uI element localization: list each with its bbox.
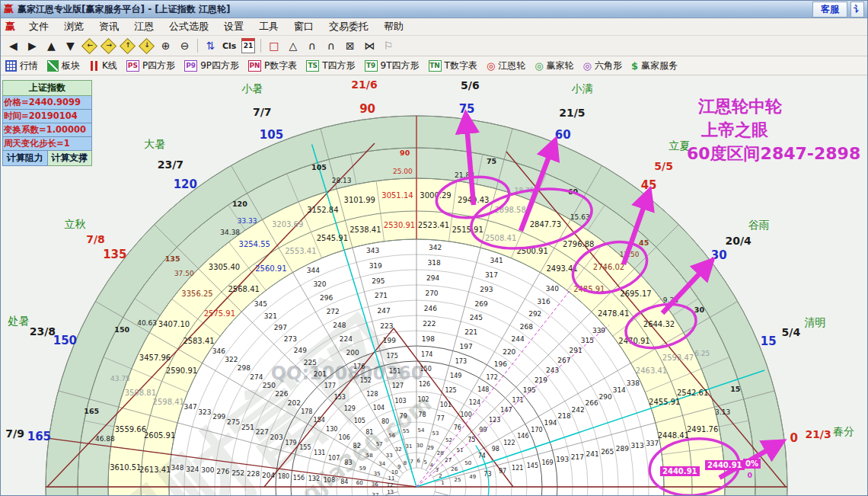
spiral-number: 220 bbox=[503, 348, 515, 356]
spiral-number: 195 bbox=[523, 386, 536, 394]
9p-square-button[interactable]: P99P四方形 bbox=[184, 59, 239, 72]
t-square-button[interactable]: TST四方形 bbox=[306, 59, 355, 72]
menu-设置[interactable]: 设置 bbox=[216, 21, 251, 32]
spiral-number: 290 bbox=[599, 393, 612, 401]
menu-工具[interactable]: 工具 bbox=[251, 21, 286, 32]
p-table-button[interactable]: PNP数字表 bbox=[248, 59, 297, 72]
spiral-number: 99 bbox=[479, 427, 487, 434]
price-outer: 2746.02 bbox=[593, 263, 624, 271]
t9-chip-icon: T9 bbox=[365, 60, 378, 72]
pct-ring: 25.00 bbox=[393, 168, 413, 175]
p-square-button[interactable]: PSP四方形 bbox=[126, 59, 175, 72]
xbox-tool-icon[interactable]: ⊠ bbox=[340, 37, 359, 54]
diamond-up-icon[interactable]: ↑ bbox=[118, 37, 137, 54]
pct-ring: 40.63 bbox=[137, 319, 157, 327]
hexagon-button[interactable]: ◎六角形 bbox=[583, 59, 622, 72]
spiral-number: 77 bbox=[437, 415, 445, 422]
highlight-chip-0[interactable]: 2440.91 bbox=[660, 466, 700, 476]
annotation-line-1[interactable]: 江恩轮中轮 bbox=[698, 95, 782, 118]
menu-资讯[interactable]: 资讯 bbox=[91, 21, 126, 32]
calc-resistance-button[interactable]: 计算阻力 bbox=[2, 151, 48, 166]
solar-term-label: 处暑 bbox=[7, 315, 29, 327]
spiral-number: 321 bbox=[264, 312, 277, 320]
board-tool-icon[interactable]: ⚐ bbox=[378, 37, 397, 54]
kline-button[interactable]: K线 bbox=[89, 59, 117, 72]
outer-date-label: 23/8 bbox=[30, 325, 56, 338]
winner-wheel-button[interactable]: ◎赢家轮 bbox=[535, 59, 573, 72]
spiral-number: 179 bbox=[285, 440, 296, 446]
diamond-right-icon[interactable]: → bbox=[99, 37, 118, 54]
angle-ring: 120 bbox=[232, 200, 247, 208]
calendar-icon[interactable]: 21 bbox=[238, 37, 257, 54]
dollar-icon: $ bbox=[631, 60, 638, 72]
outer-date-label: 23/7 bbox=[158, 158, 183, 171]
spiral-number: 150 bbox=[420, 366, 432, 373]
diamond-left-icon[interactable]: ← bbox=[80, 37, 99, 54]
spiral-number: 176 bbox=[353, 363, 365, 370]
price-inner: 2605.91 bbox=[144, 431, 175, 440]
cls-button[interactable]: Cls bbox=[220, 37, 238, 54]
price-inner: 2538.41 bbox=[349, 226, 381, 234]
price-outer: 3203.69 bbox=[272, 220, 303, 229]
forward-icon[interactable]: ▶ bbox=[23, 37, 42, 54]
partial-button[interactable]: 讠 bbox=[850, 2, 864, 18]
shrink-tool-icon[interactable]: ⋈ bbox=[359, 37, 378, 54]
spiral-number: 7 bbox=[410, 459, 413, 465]
sector-button[interactable]: 板块 bbox=[47, 59, 80, 72]
spiral-number: 147 bbox=[500, 407, 512, 414]
spiral-number: 316 bbox=[537, 298, 550, 306]
spiral-number: 196 bbox=[494, 360, 507, 368]
9t-square-button[interactable]: T99T四方形 bbox=[365, 59, 420, 72]
application-window: 赢 赢家江恩专业版[赢家服务平台] - [上证指数 江恩轮] 客服 讠 赢 文件… bbox=[0, 0, 868, 496]
gann-wheel-button[interactable]: ◎江恩轮 bbox=[487, 59, 525, 72]
zoom-out-icon[interactable]: ⊖ bbox=[175, 37, 194, 54]
menu-江恩[interactable]: 江恩 bbox=[126, 21, 161, 32]
price-outer: 3152.84 bbox=[307, 206, 338, 214]
menu-帮助[interactable]: 帮助 bbox=[376, 21, 411, 32]
angle-ring: 135 bbox=[165, 254, 180, 263]
spiral-number: 105 bbox=[354, 418, 365, 424]
outer-date-label: 5/4 bbox=[782, 326, 801, 338]
spiral-number: 345 bbox=[254, 300, 267, 308]
angle-ring: 0 bbox=[747, 471, 752, 479]
spiral-number: 267 bbox=[557, 357, 570, 364]
t-table-button[interactable]: TNT数字表 bbox=[429, 59, 477, 72]
price-outer: 3254.55 bbox=[239, 240, 270, 248]
outer-angle-number: 90 bbox=[359, 102, 375, 116]
menu-交易委托[interactable]: 交易委托 bbox=[321, 21, 376, 32]
spiral-number: 178 bbox=[301, 408, 312, 415]
kefu-button[interactable]: 客服 bbox=[812, 2, 847, 18]
triangle-tool-icon[interactable]: △ bbox=[283, 37, 302, 54]
spiral-number: 171 bbox=[512, 397, 523, 404]
rect-tool-icon[interactable]: □ bbox=[264, 37, 283, 54]
annotation-line-3[interactable]: 60度区间2847-2898 bbox=[687, 142, 860, 165]
cursor-down-icon[interactable]: ▼ bbox=[61, 37, 80, 54]
cursor-up-icon[interactable]: ▲ bbox=[42, 37, 61, 54]
menu-窗口[interactable]: 窗口 bbox=[286, 21, 321, 32]
winner-service-button[interactable]: $赢家服务 bbox=[631, 59, 678, 72]
spiral-number: 339 bbox=[592, 327, 605, 334]
quote-button[interactable]: 行情 bbox=[5, 59, 38, 72]
toolbar-item-label: 9T四方形 bbox=[381, 59, 420, 72]
spiral-number: 322 bbox=[225, 356, 238, 363]
diamond-down-icon[interactable]: ↓ bbox=[137, 37, 156, 54]
toolbar-item-label: 赢家轮 bbox=[547, 59, 574, 72]
menu-浏览[interactable]: 浏览 bbox=[56, 21, 91, 32]
updown-arrows-icon[interactable]: ⇅ bbox=[201, 37, 220, 54]
back-icon[interactable]: ◀ bbox=[4, 37, 23, 54]
menu-文件[interactable]: 文件 bbox=[21, 21, 56, 32]
toolbar-item-label: 9P四方形 bbox=[200, 59, 239, 72]
spiral-number: 218 bbox=[557, 412, 570, 420]
arc-left-tool-icon[interactable]: ∩ bbox=[302, 37, 321, 54]
calc-support-button[interactable]: 计算支撑 bbox=[48, 151, 93, 166]
spiral-number: 54 bbox=[417, 427, 424, 434]
arc-right-tool-icon[interactable]: ∩ bbox=[321, 37, 340, 54]
highlight-chip-1[interactable]: 2440.91 bbox=[705, 460, 745, 470]
zoom-in-icon[interactable]: ⊕ bbox=[156, 37, 175, 54]
spiral-number: 34 bbox=[378, 461, 385, 467]
spiral-number: 223 bbox=[380, 322, 393, 330]
menu-公式选股[interactable]: 公式选股 bbox=[161, 21, 216, 32]
spiral-number: 292 bbox=[528, 310, 541, 318]
highlight-chip-2[interactable]: 0% bbox=[743, 459, 761, 469]
annotation-line-2[interactable]: 上帝之眼 bbox=[701, 119, 768, 142]
